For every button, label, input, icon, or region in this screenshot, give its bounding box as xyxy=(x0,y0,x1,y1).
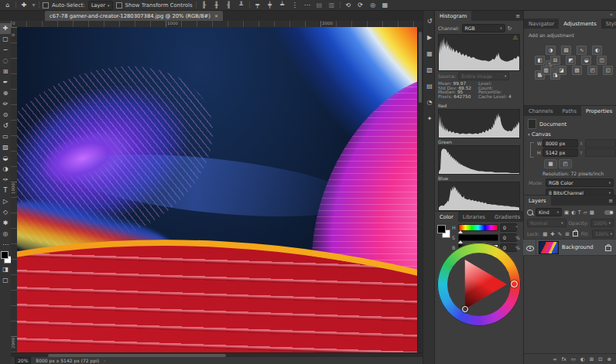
blur-tool[interactable]: ◒ xyxy=(0,153,11,164)
color-swatches[interactable] xyxy=(0,250,11,264)
more-options-icon[interactable]: ⋯ xyxy=(303,2,312,9)
eyedropper-tool[interactable]: ✒ xyxy=(0,77,11,88)
filter-pixel-layers-icon[interactable]: ▣ xyxy=(564,209,569,216)
home-icon[interactable]: ⌂ xyxy=(3,2,12,9)
panel-menu-icon[interactable]: ≡ xyxy=(512,11,523,21)
quick-mask-icon[interactable]: ◨ xyxy=(0,264,11,275)
hue-value-field[interactable]: 0 xyxy=(500,223,517,232)
hue-slider-handle[interactable] xyxy=(458,230,463,233)
actions-icon[interactable]: ▶ xyxy=(423,32,436,43)
saturation-slider[interactable] xyxy=(458,234,498,241)
filter-shape-layers-icon[interactable]: ▱ xyxy=(583,209,587,216)
workspace-switcher-icon[interactable]: ▦ xyxy=(381,2,390,9)
history-brush-tool[interactable]: ↺ xyxy=(0,121,11,131)
document-tab[interactable]: c67-78 gamer-and-creator-1280307384.jpg … xyxy=(45,11,223,21)
tab-libraries[interactable]: Libraries xyxy=(458,212,490,222)
tab-properties[interactable]: Properties xyxy=(581,106,616,116)
scrollbar-thumb[interactable] xyxy=(419,32,422,103)
shape-tool[interactable]: ◇ xyxy=(0,207,11,218)
trim-canvas-button[interactable]: ◰ xyxy=(559,159,572,168)
foreground-color-swatch[interactable] xyxy=(437,225,446,233)
info-icon[interactable]: ◔ xyxy=(423,97,436,108)
layer-mask-icon[interactable]: ▭ xyxy=(571,356,576,362)
layer-visibility-eye-icon[interactable] xyxy=(526,246,534,251)
layer-row-background[interactable]: Background xyxy=(523,239,616,256)
align-bottom-icon[interactable]: ╨ xyxy=(237,2,246,9)
crop-tool[interactable]: ⊞ xyxy=(0,66,11,77)
canvas[interactable] xyxy=(17,27,423,352)
adjustment-layer-icon[interactable]: ◐ xyxy=(580,356,585,362)
link-dimensions-icon[interactable] xyxy=(530,142,534,158)
clone-stamp-tool[interactable]: ⊙ xyxy=(0,110,11,121)
lock-all-icon[interactable] xyxy=(573,231,578,236)
lock-pixels-icon[interactable]: ✎ xyxy=(558,231,562,237)
rotate-ccw-icon[interactable]: ⟲ xyxy=(344,2,353,9)
hue-ring-selector[interactable] xyxy=(511,281,518,287)
layer-effects-icon[interactable]: fx xyxy=(562,356,566,362)
lasso-tool[interactable]: ∽ xyxy=(0,45,11,56)
lock-transparency-icon[interactable]: ▦ xyxy=(542,231,547,237)
marquee-tool[interactable]: ▢ xyxy=(0,34,11,45)
tab-adjustments[interactable]: Adjustments xyxy=(559,19,601,29)
libraries-icon[interactable]: ▤ xyxy=(423,81,436,92)
hue-slider[interactable] xyxy=(458,224,498,231)
zoom-tool[interactable]: ◎ xyxy=(0,229,11,240)
tab-navigator[interactable]: Navigator xyxy=(524,19,559,29)
selective-color-icon[interactable]: ◰ xyxy=(587,66,597,75)
pen-tool[interactable]: ✑ xyxy=(0,175,11,185)
tab-channels[interactable]: Channels xyxy=(524,106,557,116)
saturation-slider-handle[interactable] xyxy=(458,240,463,243)
patterns-icon[interactable]: ▧ xyxy=(423,65,436,76)
show-transform-checkbox[interactable] xyxy=(116,2,122,9)
tab-paths[interactable]: Paths xyxy=(557,106,580,116)
saturation-value-field[interactable]: 0 xyxy=(500,233,517,242)
comments-icon[interactable]: ✦ xyxy=(423,114,436,124)
layer-lock-icon[interactable] xyxy=(605,246,611,251)
source-dropdown[interactable]: Entire Image▾ xyxy=(458,72,509,80)
layer-name[interactable]: Background xyxy=(562,244,594,250)
history-icon[interactable]: ↺ xyxy=(423,16,436,27)
uncached-refresh-icon[interactable]: ↻ xyxy=(508,26,512,32)
delete-layer-icon[interactable]: ⊗ xyxy=(607,356,611,362)
posterize-icon[interactable]: ▥ xyxy=(541,66,551,75)
move-tool[interactable]: ✚ xyxy=(0,23,11,34)
tab-color[interactable]: Color xyxy=(435,212,458,222)
tab-gradients[interactable]: Gradients xyxy=(490,212,525,222)
blend-mode-dropdown[interactable]: Normal▾ xyxy=(527,219,566,227)
search-icon[interactable]: ◎ xyxy=(368,2,378,9)
lock-position-icon[interactable]: ✚ xyxy=(550,231,554,237)
filter-toggle[interactable] xyxy=(604,210,614,215)
color-panel-swatches[interactable] xyxy=(437,225,450,237)
channel-dropdown[interactable]: RGB▾ xyxy=(462,24,505,32)
link-layers-icon[interactable]: ∞ xyxy=(553,356,556,362)
panel-menu-icon[interactable]: ≡ xyxy=(605,196,616,206)
zoom-level-field[interactable]: 20% xyxy=(15,357,31,364)
object-selection-tool[interactable]: ◌ xyxy=(0,56,11,66)
triangle-selector[interactable] xyxy=(462,306,468,312)
tab-histogram[interactable]: Histogram xyxy=(435,11,471,21)
healing-brush-tool[interactable]: ⊕ xyxy=(0,88,11,99)
filter-smart-objects-icon[interactable]: ▦ xyxy=(590,209,594,216)
auto-select-checkbox[interactable] xyxy=(43,2,49,9)
type-tool[interactable]: T xyxy=(0,185,11,196)
hand-tool[interactable]: ✱ xyxy=(0,218,11,229)
align-right-icon[interactable]: ╢ xyxy=(224,2,234,9)
canvas-section-header[interactable]: ▾ Canvas xyxy=(528,131,551,138)
new-layer-icon[interactable]: ⊡ xyxy=(598,356,602,362)
foreground-color-swatch[interactable] xyxy=(1,251,9,259)
dodge-tool[interactable]: ◑ xyxy=(0,164,11,175)
layer-group-icon[interactable]: ⊞ xyxy=(590,356,594,362)
distribute-center-icon[interactable]: ╪ xyxy=(265,2,275,9)
path-selection-tool[interactable]: ▷ xyxy=(0,196,11,207)
height-field[interactable]: 5142 px xyxy=(542,148,578,157)
color-fill-icon[interactable]: ◱ xyxy=(603,66,613,75)
gradient-tool[interactable]: ▨ xyxy=(0,142,11,153)
screen-mode-icon[interactable]: ▢ xyxy=(0,275,11,286)
layer-thumbnail[interactable] xyxy=(539,241,559,254)
distribute-top-icon[interactable]: ╤ xyxy=(253,2,262,9)
crop-canvas-button[interactable]: ▦ xyxy=(544,159,557,168)
distribute-bottom-icon[interactable]: ╧ xyxy=(278,2,287,9)
edit-toolbar-icon[interactable]: ⋯ xyxy=(0,240,11,250)
filter-kind-dropdown[interactable]: Kind▾ xyxy=(536,208,562,216)
close-icon[interactable]: ✕ xyxy=(214,13,218,19)
